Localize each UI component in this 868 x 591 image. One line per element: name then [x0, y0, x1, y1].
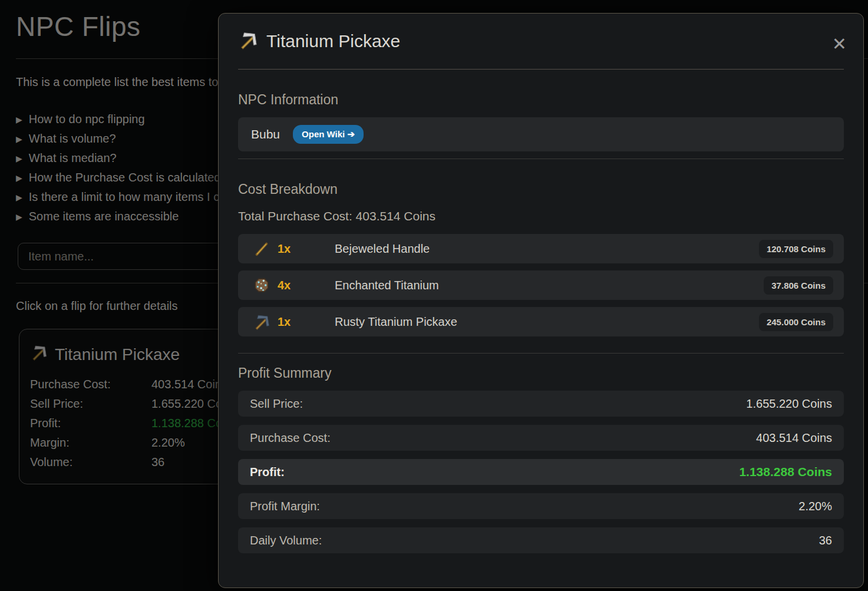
app-root: NPC Flips This is a complete list the be… [0, 0, 868, 591]
summary-row: Profit: 1.138.288 Coins [238, 459, 844, 485]
item-details-modal: Titanium Pickaxe ✕ NPC Information Bubu … [218, 13, 864, 588]
total-purchase-cost: Total Purchase Cost: 403.514 Coins [238, 209, 844, 223]
npc-row: Bubu Open Wiki ➔ [238, 117, 844, 151]
summary-row: Purchase Cost: 403.514 Coins [238, 425, 844, 451]
summary-value: 1.655.220 Coins [746, 397, 832, 411]
divider [238, 159, 844, 159]
cost-item-row: 1x Bejeweled Handle 120.708 Coins [238, 234, 844, 263]
summary-value: 1.138.288 Coins [739, 465, 832, 479]
profit-summary-list: Sell Price: 1.655.220 Coins Purchase Cos… [238, 391, 844, 553]
item-name: Enchanted Titanium [335, 279, 439, 292]
item-quantity: 1x [278, 315, 302, 329]
open-wiki-button[interactable]: Open Wiki ➔ [293, 125, 364, 144]
summary-label: Profit: [250, 465, 285, 479]
summary-value: 36 [819, 534, 832, 547]
npc-information-heading: NPC Information [238, 92, 844, 108]
cost-breakdown-heading: Cost Breakdown [238, 181, 844, 197]
close-icon[interactable]: ✕ [832, 35, 847, 53]
summary-label: Daily Volume: [250, 534, 322, 547]
item-cost-badge: 120.708 Coins [759, 240, 833, 258]
summary-value: 2.20% [798, 500, 832, 513]
summary-label: Sell Price: [250, 397, 303, 411]
divider [238, 353, 844, 354]
item-quantity: 1x [278, 242, 302, 256]
summary-row: Profit Margin: 2.20% [238, 493, 844, 519]
npc-name: Bubu [251, 127, 280, 141]
modal-content: Titanium Pickaxe ✕ NPC Information Bubu … [219, 14, 863, 587]
modal-title: Titanium Pickaxe [266, 31, 400, 51]
item-cost-badge: 37.806 Coins [764, 276, 833, 295]
pickaxe-icon [238, 30, 258, 52]
cost-item-list: 1x Bejeweled Handle 120.708 Coins 4x Enc… [238, 234, 844, 336]
profit-summary-heading: Profit Summary [238, 365, 844, 381]
item-name: Rusty Titanium Pickaxe [335, 315, 457, 329]
item-name: Bejeweled Handle [335, 242, 430, 256]
summary-value: 403.514 Coins [756, 431, 832, 445]
cost-item-row: 4x Enchanted Titanium 37.806 Coins [238, 270, 844, 300]
summary-label: Purchase Cost: [250, 431, 331, 445]
modal-header: Titanium Pickaxe [238, 14, 844, 70]
item-cost-badge: 245.000 Coins [759, 313, 833, 331]
stick-icon [253, 240, 270, 257]
rusty-pickaxe-icon [253, 313, 270, 331]
cost-item-row: 1x Rusty Titanium Pickaxe 245.000 Coins [238, 307, 844, 336]
summary-row: Daily Volume: 36 [238, 527, 844, 553]
item-quantity: 4x [278, 279, 302, 292]
ore-icon [253, 276, 270, 294]
summary-label: Profit Margin: [250, 500, 320, 513]
summary-row: Sell Price: 1.655.220 Coins [238, 391, 844, 417]
